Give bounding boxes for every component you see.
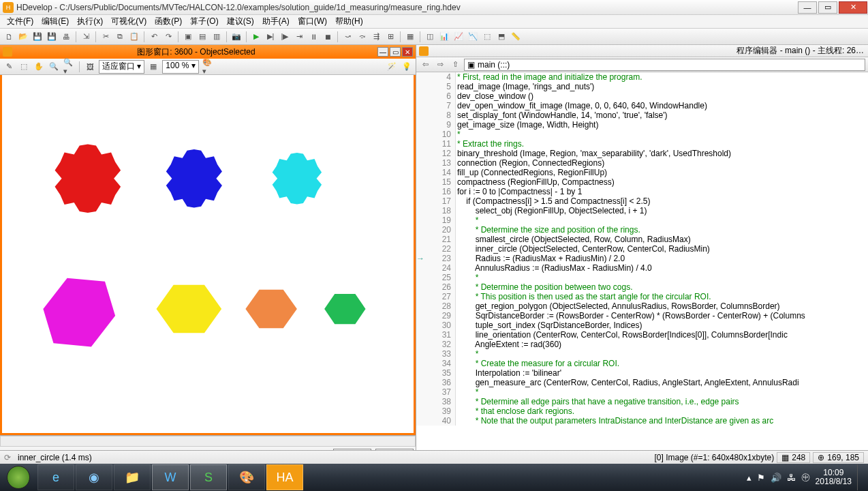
graphics-canvas[interactable] — [0, 75, 416, 435]
menu-func[interactable]: 函数(P) — [151, 16, 186, 27]
code-line[interactable]: 25 * — [416, 273, 868, 282]
code-line[interactable]: 15compactness (RegionFillUp, Compactness… — [416, 177, 868, 187]
code-line[interactable]: 36 gen_measure_arc (CenterRow, CenterCol… — [416, 378, 868, 387]
code-line[interactable]: 37 * — [416, 387, 868, 397]
tray-net-icon[interactable]: 🖧 — [787, 473, 796, 483]
close-button[interactable]: ✕ — [839, 1, 867, 14]
tb-icon[interactable]: ▥ — [211, 31, 223, 43]
code-line[interactable]: 13connection (Region, ConnectedRegions) — [416, 158, 868, 168]
code-line[interactable]: 18 select_obj (RegionFillUp, ObjectSelec… — [416, 206, 868, 215]
tb-icon[interactable]: ◫ — [424, 31, 436, 43]
camera-icon[interactable]: 📷 — [230, 31, 243, 43]
open-icon[interactable]: 📂 — [17, 31, 29, 43]
back-icon[interactable]: ⇦ — [419, 59, 431, 71]
code-line[interactable]: 14fill_up (ConnectedRegions, RegionFillU… — [416, 168, 868, 177]
code-line[interactable]: 12binary_threshold (Image, Region, 'max_… — [416, 149, 868, 158]
tb-icon[interactable]: ▦ — [404, 31, 416, 43]
saveall-icon[interactable]: 💾 — [46, 31, 58, 43]
code-line[interactable]: 31 line_orientation (CenterRow, CenterCo… — [416, 330, 868, 340]
step-over-icon[interactable]: |▶ — [279, 31, 291, 43]
tb-icon[interactable]: ▣ — [182, 31, 194, 43]
paste-icon[interactable]: 📋 — [128, 31, 140, 43]
menu-assist[interactable]: 助手(A) — [258, 16, 294, 27]
tb-icon[interactable]: ⊞ — [384, 31, 397, 43]
task-excel[interactable]: S — [190, 464, 227, 490]
code-line[interactable]: 39 * that enclose dark regions. — [416, 406, 868, 416]
tb-icon[interactable]: ⇶ — [370, 31, 382, 43]
code-line[interactable]: 20 * Determine the size and position of … — [416, 225, 868, 235]
tray-vol-icon[interactable]: 🔊 — [771, 473, 781, 483]
redo-icon[interactable]: ↷ — [162, 31, 174, 43]
zoom-select[interactable]: 100 % ▾ — [162, 60, 198, 74]
chart-icon[interactable]: ⬒ — [495, 31, 508, 43]
minimize-button[interactable]: — — [798, 1, 817, 14]
chart-icon[interactable]: 📈 — [452, 31, 465, 43]
select-icon[interactable]: ⬚ — [18, 61, 30, 73]
bulb-icon[interactable]: 💡 — [401, 61, 413, 73]
code-line[interactable]: 33 * — [416, 349, 868, 359]
new-icon[interactable]: 🗋 — [3, 31, 15, 43]
grid-icon[interactable]: ▦ — [147, 61, 159, 73]
code-line[interactable]: 19 * — [416, 215, 868, 225]
chart-icon[interactable]: 📉 — [467, 31, 479, 43]
undo-icon[interactable]: ↶ — [148, 31, 160, 43]
code-line[interactable]: 27 * This position is then used as the s… — [416, 292, 868, 301]
pencil-icon[interactable]: ✎ — [3, 61, 15, 73]
step-into-icon[interactable]: ⇥ — [293, 31, 305, 43]
code-line[interactable]: 24 AnnulusRadius := (RadiusMax - RadiusM… — [416, 263, 868, 273]
code-editor[interactable]: 4* First, read in the image and initiali… — [416, 72, 868, 455]
code-line[interactable]: →23 Radius := (RadiusMax + RadiusMin) / … — [416, 254, 868, 263]
task-ie[interactable]: e — [37, 464, 74, 490]
code-line[interactable]: 11* Extract the rings. — [416, 139, 868, 149]
run-icon[interactable]: ▶ — [250, 31, 262, 43]
forward-icon[interactable]: ⇨ — [434, 59, 446, 71]
tb-icon[interactable]: ⤼ — [356, 31, 368, 43]
image-icon[interactable]: 🖼 — [84, 61, 96, 73]
code-line[interactable]: 8set_display_font (WindowHandle, 14, 'mo… — [416, 110, 868, 120]
code-line[interactable]: 6dev_close_window () — [416, 91, 868, 101]
task-hdevelop[interactable]: HA — [266, 464, 303, 490]
ruler-icon[interactable]: 📏 — [510, 31, 522, 43]
zoom-dropdown-icon[interactable]: 🔍▾ — [63, 61, 75, 73]
start-button[interactable] — [0, 464, 37, 491]
code-line[interactable]: 28 get_region_polygon (ObjectSelected, A… — [416, 301, 868, 311]
chart-icon[interactable]: 📊 — [438, 31, 450, 43]
code-line[interactable]: 40 * Note that the output parameters Int… — [416, 416, 868, 426]
gw-close[interactable]: ✕ — [402, 47, 413, 57]
tray-flag-icon[interactable]: ⚑ — [757, 473, 765, 483]
code-line[interactable]: 7dev_open_window_fit_image (Image, 0, 0,… — [416, 101, 868, 110]
menu-visual[interactable]: 可视化(V) — [107, 16, 151, 27]
code-line[interactable]: 17 if (Compactness[i] > 1.5 and Compactn… — [416, 196, 868, 206]
maximize-button[interactable]: ▭ — [818, 1, 837, 14]
tb-icon[interactable]: ▤ — [196, 31, 208, 43]
cut-icon[interactable]: ✂ — [99, 31, 112, 43]
hand-icon[interactable]: ✋ — [33, 61, 45, 73]
save-icon[interactable]: 💾 — [31, 31, 44, 43]
code-line[interactable]: 30 tuple_sort_index (SqrDistanceBorder, … — [416, 321, 868, 330]
tb-icon[interactable]: ⤻ — [341, 31, 354, 43]
export-icon[interactable]: ⇲ — [80, 31, 92, 43]
code-line[interactable]: 35 Interpolation := 'bilinear' — [416, 368, 868, 378]
wand-icon[interactable]: 🪄 — [386, 61, 398, 73]
menu-help[interactable]: 帮助(H) — [331, 16, 367, 27]
show-desktop[interactable] — [857, 464, 863, 490]
task-explorer[interactable]: 📁 — [114, 464, 151, 490]
stop-icon[interactable]: ⏹ — [322, 31, 334, 43]
code-line[interactable]: 26 * Determine the position between two … — [416, 282, 868, 292]
code-line[interactable]: 21 smallest_circle (ObjectSelected, Row,… — [416, 235, 868, 244]
code-line[interactable]: 34 * Create the measure for a circular R… — [416, 359, 868, 368]
code-line[interactable]: 9get_image_size (Image, Width, Height) — [416, 120, 868, 130]
tray-ime-icon[interactable]: ㊥ — [801, 471, 810, 483]
task-paint[interactable]: 🎨 — [228, 464, 265, 490]
zoom-icon[interactable]: 🔍 — [48, 61, 60, 73]
up-icon[interactable]: ⇧ — [449, 59, 461, 71]
message-area[interactable] — [0, 436, 416, 447]
code-line[interactable]: 16for i := 0 to |Compactness| - 1 by 1 — [416, 187, 868, 196]
color-icon[interactable]: 🎨▾ — [202, 61, 214, 73]
code-line[interactable]: 38 * Determine all edge pairs that have … — [416, 397, 868, 406]
function-select[interactable]: ▣ main (:::) — [464, 59, 865, 71]
code-line[interactable]: 29 SqrDistanceBorder := (RowsBorder - Ce… — [416, 311, 868, 321]
print-icon[interactable]: 🖶 — [60, 31, 72, 43]
code-line[interactable]: 4* First, read in the image and initiali… — [416, 72, 868, 82]
chart-icon[interactable]: ⬚ — [481, 31, 493, 43]
